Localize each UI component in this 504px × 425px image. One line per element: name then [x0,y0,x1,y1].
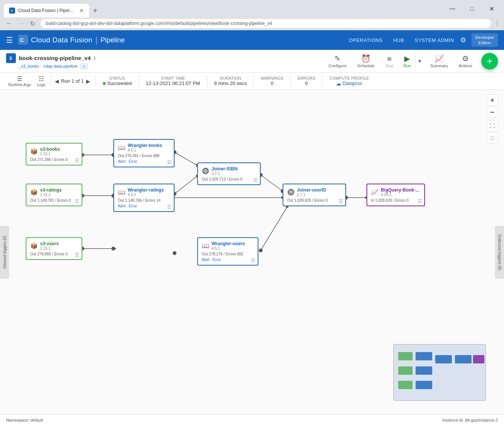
bigquery-version: 0.18.1 [381,193,419,197]
wrbooks-version: 4.5.1 [128,148,162,152]
s3users-name: s3-users [40,241,59,246]
address-bar[interactable]: build-catalog-dot-gcp-dot-dev-dot-datapl… [40,19,491,28]
wrusers-error[interactable]: Error [213,258,221,262]
nav-product: Pipeline [100,36,125,44]
node-s3ratings[interactable]: 📦 s3-ratings 1.15.1 Out 1,149,781 / Erro… [26,184,82,206]
wrratings-stats: Out 1,149,766 / Errors 14 [118,198,170,202]
summary-btn[interactable]: 📈 Summary [426,52,453,70]
add-fab[interactable]: + [481,53,498,70]
s3users-menu[interactable]: ☰ [75,252,79,258]
window-minimize-btn[interactable]: — [444,3,461,14]
nav-operations[interactable]: OPERATIONS [349,37,382,43]
node-joiner-isbn[interactable]: 🔘 Joiner-ISBN 2.7.1 Out 1,028,713 / Erro… [197,162,261,185]
schedule-btn[interactable]: ⏰ Schedule [352,52,379,70]
wrratings-error[interactable]: Error [129,204,137,208]
node-joiner-userid[interactable]: 🔘 Joiner-userID 2.7.1 Out 1,028,626 / Er… [283,184,346,206]
pipeline-name: book-crossing-pipeline_v4 [19,55,91,61]
wrratings-version: 4.5.1 [128,193,164,197]
window-close-btn[interactable]: ✕ [483,3,500,14]
summary-icon: 📈 [434,54,444,63]
start-time-label: Start time [161,76,185,80]
node-wrratings[interactable]: 📖 Wrangler-ratings 4.5.1 Out 1,149,766 /… [113,184,175,212]
developer-line2: Edition [475,40,494,45]
node-wrusers[interactable]: 📖 Wrangler-users 4.5.1 Out 278,176 / Err… [197,237,258,266]
duration-label: Duration [220,76,241,80]
stop-btn[interactable]: ■ Stop [380,52,398,70]
wrbooks-icon: 📖 [118,144,125,151]
inbound-label: Inbound triggers (0) [3,236,7,269]
browser-menu-icon[interactable]: ⋮ [494,20,500,27]
wrbooks-name: Wrangler-books [128,143,162,148]
nav-refresh-btn[interactable]: ↻ [28,19,37,28]
run-dropdown-btn[interactable]: ▼ [415,52,424,70]
zoom-out-btn[interactable]: − [487,107,498,118]
wrusers-version: 4.5.1 [212,246,245,250]
node-s3books[interactable]: 📦 s3-books 1.15.1 Out 271,380 / Errors 0… [26,143,82,165]
node-wrbooks[interactable]: 📖 Wrangler-books 4.5.1 Out 270,491 / Err… [113,139,175,167]
breadcrumb-pipeline[interactable]: cdap-data-pipeline [43,64,78,68]
wrbooks-alert[interactable]: Alert [118,159,126,164]
wrratings-icon: 📖 [118,189,125,196]
fit-btn[interactable]: ⛶ [487,120,498,131]
outbound-label: Outbound triggers (0) [498,234,502,270]
wrbooks-menu[interactable]: ☰ [167,159,172,165]
svg-line-10 [261,175,283,191]
nav-hamburger[interactable]: ☰ [6,36,13,45]
window-restore-btn[interactable]: □ [463,3,481,14]
wrratings-name: Wrangler-ratings [128,187,164,193]
joineruserid-stats: Out 1,028,626 / Errors 0 [287,198,342,202]
joinerisbn-icon: 🔘 [202,167,209,175]
nav-forward-btn[interactable]: → [16,19,26,28]
svg-marker-17 [113,247,116,250]
wrratings-alert[interactable]: Alert [118,204,126,208]
run-next-btn[interactable]: ▶ [85,77,91,85]
warnings-label: Warnings [261,76,283,80]
nav-hub[interactable]: HUB [393,37,404,43]
joinerisbn-menu[interactable]: ☰ [253,177,258,183]
inbound-triggers[interactable]: Inbound triggers (0) [0,226,9,279]
new-tab-btn[interactable]: + [89,5,101,17]
s3ratings-menu[interactable]: ☰ [75,198,79,204]
runtime-args-btn[interactable]: ☰ Runtime Args [6,74,33,88]
wrusers-menu[interactable]: ☰ [251,258,255,263]
pipeline-icon: E [6,53,16,63]
lock-btn[interactable]: □ [487,132,498,144]
run-prev-btn[interactable]: ◀ [54,77,60,85]
joineruserid-menu[interactable]: ☰ [339,198,343,204]
nav-back-btn[interactable]: ← [4,19,14,28]
s3books-menu[interactable]: ☰ [75,158,79,163]
joineruserid-icon: 🔘 [287,189,295,196]
nav-settings-icon[interactable]: ⚙ [460,36,466,44]
bigquery-menu[interactable]: ☰ [417,198,422,204]
actions-btn[interactable]: ⚙ Actions [454,52,477,70]
logs-btn[interactable]: ☷ Logs [35,74,48,88]
node-bigquery[interactable]: 📈 BigQuery-Book-... 0.18.1 In 1,028,626 … [366,184,425,206]
bigquery-name: BigQuery-Book-... [381,187,419,193]
namespace-label: Namespace: default [6,418,43,422]
tab-close-icon[interactable]: ✕ [79,8,84,14]
bigquery-icon: 📈 [371,189,379,196]
developer-badge: Developer Edition [472,33,498,47]
outbound-triggers[interactable]: Outbound triggers (0) [495,226,504,279]
s3ratings-icon: 📦 [30,189,38,196]
node-s3users[interactable]: 📦 s3-users 1.15.1 Out 278,860 / Errors 0… [26,237,82,260]
nav-system-admin[interactable]: SYSTEM ADMIN [415,37,454,43]
browser-tab[interactable]: C Cloud Data Fusion | Pipeline | bo... ✕ [4,4,89,17]
s3ratings-stats: Out 1,149,781 / Errors 0 [30,198,78,202]
wrusers-alert[interactable]: Alert [202,258,210,262]
wrbooks-error[interactable]: Error [129,159,137,164]
configure-btn[interactable]: ✎ Configure [324,52,351,70]
svg-point-28 [173,251,176,255]
status-dot [103,82,106,85]
s3ratings-version: 1.15.1 [40,193,62,197]
breadcrumb-s3books[interactable]: _s3_books [19,64,39,68]
s3books-icon: 📦 [30,148,38,155]
compute-value[interactable]: Dataproc [343,80,363,86]
tab-title: Cloud Data Fusion | Pipeline | bo... [18,8,75,13]
pipeline-info-icon[interactable]: ℹ [94,55,96,61]
wrusers-icon: 📖 [202,242,209,249]
wrratings-menu[interactable]: ☰ [167,204,172,210]
run-btn[interactable]: ▶ Run [400,52,415,70]
configure-icon: ✎ [334,54,341,63]
zoom-in-btn[interactable]: + [487,94,498,106]
